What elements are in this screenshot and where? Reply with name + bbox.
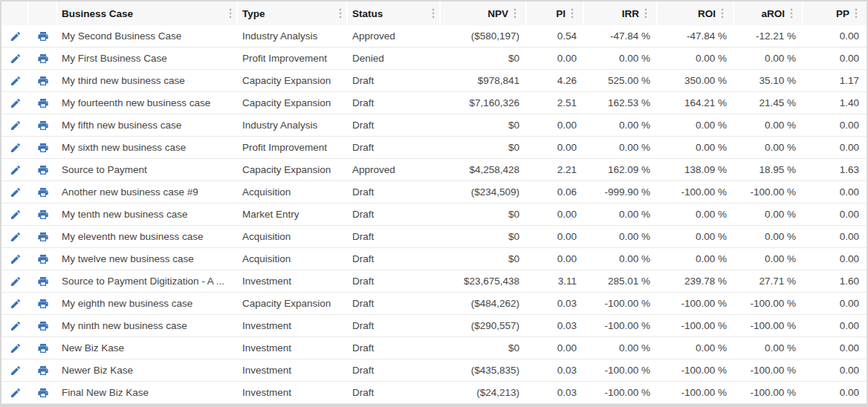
cell-irr: -100.00 % bbox=[584, 359, 658, 381]
print-button[interactable] bbox=[34, 295, 52, 313]
edit-button[interactable] bbox=[7, 250, 25, 268]
print-button[interactable] bbox=[34, 117, 52, 134]
column-menu-kebab-icon[interactable] bbox=[790, 7, 793, 19]
print-button[interactable] bbox=[34, 183, 52, 201]
cell-type: Acquisition bbox=[238, 226, 348, 247]
cell-print-action bbox=[29, 114, 57, 136]
column-header-aroi[interactable]: aROI bbox=[734, 1, 803, 25]
printer-icon bbox=[37, 231, 49, 243]
edit-button[interactable] bbox=[7, 295, 25, 313]
edit-button[interactable] bbox=[7, 384, 25, 402]
cell-type: Investment bbox=[238, 315, 348, 336]
column-menu-kebab-icon[interactable] bbox=[432, 7, 435, 19]
cell-roi: 138.09 % bbox=[658, 159, 734, 180]
cell-aroi: 21.45 % bbox=[734, 92, 803, 114]
cell-aroi: 0.00 % bbox=[734, 48, 803, 69]
edit-pencil-icon bbox=[10, 209, 22, 221]
cell-status: Draft bbox=[348, 337, 441, 359]
edit-button[interactable] bbox=[7, 117, 25, 134]
edit-button[interactable] bbox=[7, 72, 25, 90]
edit-button[interactable] bbox=[7, 27, 25, 45]
cell-pp: 0.00 bbox=[803, 248, 867, 270]
print-button[interactable] bbox=[34, 206, 52, 224]
cell-type: Investment bbox=[238, 270, 348, 292]
cell-npv: $0 bbox=[441, 248, 527, 270]
column-menu-kebab-icon[interactable] bbox=[644, 7, 647, 19]
print-button[interactable] bbox=[34, 339, 52, 357]
cell-pp: 0.00 bbox=[803, 359, 867, 381]
edit-button[interactable] bbox=[7, 317, 25, 335]
column-menu-kebab-icon[interactable] bbox=[721, 7, 724, 19]
edit-button[interactable] bbox=[7, 139, 25, 157]
cell-pi: 0.03 bbox=[527, 315, 584, 336]
cell-pp: 0.00 bbox=[803, 137, 867, 158]
column-header-business-case[interactable]: Business Case bbox=[57, 1, 238, 25]
cell-irr: 0.00 % bbox=[584, 248, 658, 270]
cell-pi: 0.00 bbox=[527, 114, 584, 136]
column-menu-kebab-icon[interactable] bbox=[229, 7, 232, 19]
cell-pp: 0.00 bbox=[803, 337, 867, 359]
print-button[interactable] bbox=[34, 27, 52, 45]
column-menu-kebab-icon[interactable] bbox=[339, 7, 342, 19]
cell-edit-action bbox=[1, 337, 29, 359]
cell-pi: 0.00 bbox=[527, 137, 584, 158]
cell-aroi: 0.00 % bbox=[734, 248, 803, 270]
cell-pi: 0.03 bbox=[527, 293, 584, 314]
cell-aroi: 35.10 % bbox=[734, 70, 803, 91]
print-button[interactable] bbox=[34, 50, 52, 68]
column-header-irr[interactable]: IRR bbox=[584, 1, 658, 25]
edit-button[interactable] bbox=[7, 161, 25, 179]
cell-edit-action bbox=[1, 159, 29, 180]
edit-button[interactable] bbox=[7, 50, 25, 68]
cell-business-case: My twelve new business case bbox=[57, 248, 238, 270]
cell-pp: 1.17 bbox=[803, 70, 867, 91]
print-button[interactable] bbox=[34, 362, 52, 380]
cell-npv: $0 bbox=[441, 114, 527, 136]
print-button[interactable] bbox=[34, 161, 52, 179]
edit-pencil-icon bbox=[10, 186, 22, 198]
cell-type: Profit Improvement bbox=[238, 48, 348, 69]
edit-button[interactable] bbox=[7, 339, 25, 357]
cell-business-case: My third new business case bbox=[57, 70, 238, 91]
edit-button[interactable] bbox=[7, 206, 25, 224]
edit-button[interactable] bbox=[7, 273, 25, 290]
column-header-npv[interactable]: NPV bbox=[441, 1, 527, 25]
cell-status: Approved bbox=[348, 159, 441, 180]
print-button[interactable] bbox=[34, 273, 52, 290]
column-header-pi[interactable]: PI bbox=[527, 1, 584, 25]
print-button[interactable] bbox=[34, 317, 52, 335]
print-button[interactable] bbox=[34, 94, 52, 112]
cell-aroi: -100.00 % bbox=[734, 382, 803, 403]
print-button[interactable] bbox=[34, 384, 52, 402]
cell-pi: 0.00 bbox=[527, 337, 584, 359]
edit-button[interactable] bbox=[7, 183, 25, 201]
cell-irr: 0.00 % bbox=[584, 337, 658, 359]
print-button[interactable] bbox=[34, 250, 52, 268]
column-menu-kebab-icon[interactable] bbox=[571, 7, 574, 19]
cell-irr: -100.00 % bbox=[584, 315, 658, 336]
column-header-roi[interactable]: ROI bbox=[658, 1, 734, 25]
column-header-status[interactable]: Status bbox=[348, 1, 441, 25]
column-menu-kebab-icon[interactable] bbox=[514, 7, 516, 19]
printer-icon bbox=[37, 120, 49, 131]
print-button[interactable] bbox=[34, 139, 52, 157]
edit-button[interactable] bbox=[7, 228, 25, 246]
column-header-type[interactable]: Type bbox=[238, 1, 348, 25]
cell-pi: 2.21 bbox=[527, 159, 584, 180]
table-row: My Second Business Case Industry Analysi… bbox=[1, 25, 867, 48]
cell-business-case: Another new business case #9 bbox=[57, 181, 238, 203]
cell-irr: 0.00 % bbox=[584, 48, 658, 69]
cell-irr: -47.84 % bbox=[584, 25, 658, 47]
print-button[interactable] bbox=[34, 228, 52, 246]
edit-button[interactable] bbox=[7, 94, 25, 112]
print-button[interactable] bbox=[34, 72, 52, 90]
column-menu-kebab-icon[interactable] bbox=[855, 7, 858, 19]
table-row: My fourteenth new business case Capacity… bbox=[1, 92, 867, 114]
cell-status: Draft bbox=[348, 226, 441, 247]
cell-roi: 0.00 % bbox=[658, 248, 734, 270]
cell-irr: -100.00 % bbox=[584, 293, 658, 314]
column-header-print-actions bbox=[29, 1, 57, 25]
column-header-pp[interactable]: PP bbox=[803, 1, 867, 25]
edit-pencil-icon bbox=[10, 276, 22, 287]
edit-button[interactable] bbox=[7, 362, 25, 380]
